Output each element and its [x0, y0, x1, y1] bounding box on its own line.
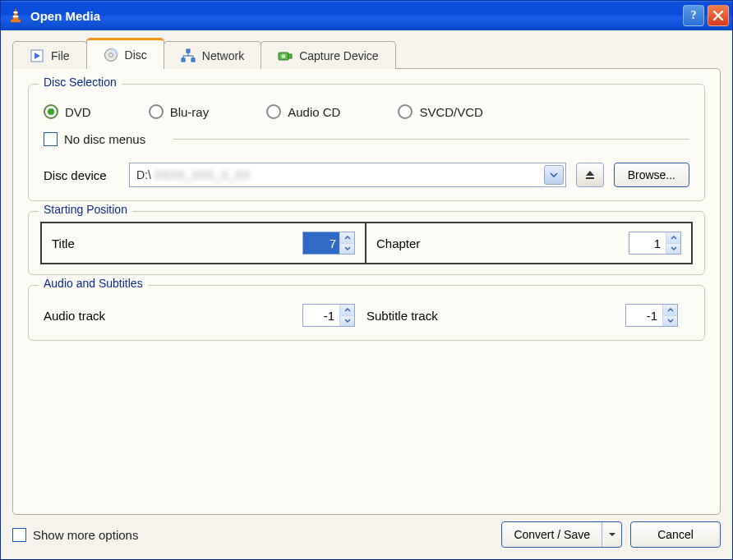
- checkbox-icon: [44, 132, 58, 146]
- svg-rect-0: [11, 20, 21, 22]
- spinner-arrows: [662, 305, 677, 326]
- radio-empty-icon: [398, 104, 413, 119]
- chevron-up-icon: [666, 232, 680, 244]
- chevron-down-icon: [340, 316, 354, 327]
- open-media-dialog: Open Media ? File Disc: [0, 0, 733, 560]
- dialog-body: File Disc Network Capture Device: [1, 30, 732, 559]
- radio-audio-cd-label: Audio CD: [288, 105, 340, 119]
- spinner-arrows: [339, 232, 354, 254]
- chevron-up-icon: [663, 305, 677, 316]
- disc-icon: [104, 48, 118, 62]
- radio-bluray-label: Blu-ray: [170, 105, 210, 119]
- radio-svcd[interactable]: SVCD/VCD: [398, 104, 483, 119]
- tab-file[interactable]: File: [12, 41, 87, 69]
- audio-subtitles-title: Audio and Subtitles: [39, 277, 148, 290]
- svg-rect-2: [13, 16, 19, 17]
- show-more-options-label: Show more options: [33, 528, 138, 542]
- disc-selection-group: Disc Selection DVD Blu-ray Audio CD: [28, 84, 705, 201]
- svg-text:?: ?: [691, 9, 697, 21]
- svg-rect-1: [14, 11, 18, 13]
- chapter-label: Chapter: [376, 236, 620, 250]
- cancel-label: Cancel: [657, 528, 694, 541]
- tab-network[interactable]: Network: [164, 41, 261, 69]
- network-icon: [181, 48, 196, 63]
- close-button[interactable]: [708, 5, 729, 26]
- disc-device-label: Disc device: [44, 168, 119, 182]
- audio-track-value: -1: [303, 305, 339, 326]
- radio-audio-cd[interactable]: Audio CD: [266, 104, 340, 119]
- vlc-cone-icon: [7, 7, 24, 24]
- browse-button[interactable]: Browse...: [614, 163, 689, 187]
- radio-dvd[interactable]: DVD: [44, 104, 91, 119]
- chevron-up-icon: [340, 232, 354, 244]
- radio-empty-icon: [149, 104, 164, 119]
- tab-capture-label: Capture Device: [299, 49, 379, 62]
- checkbox-icon: [12, 528, 26, 542]
- convert-save-button[interactable]: Convert / Save: [501, 521, 622, 548]
- no-disc-menus-label: No disc menus: [64, 132, 145, 146]
- radio-svcd-label: SVCD/VCD: [419, 105, 483, 119]
- title-value: 7: [303, 232, 339, 254]
- title-bar: Open Media ?: [1, 1, 732, 30]
- subtitle-track-label: Subtitle track: [366, 309, 617, 323]
- show-more-options-checkbox[interactable]: Show more options: [12, 528, 138, 542]
- tab-disc-label: Disc: [125, 48, 147, 62]
- disc-device-combo[interactable]: D:\ XXXX_XXX_X_XX: [129, 163, 566, 187]
- svg-point-7: [108, 53, 113, 57]
- chevron-down-icon: [544, 165, 564, 185]
- svg-rect-10: [191, 58, 195, 62]
- svg-rect-8: [187, 49, 190, 53]
- tab-capture[interactable]: Capture Device: [260, 41, 396, 69]
- subtitle-track-value: -1: [626, 305, 662, 326]
- tab-file-label: File: [51, 49, 70, 62]
- spinner-arrows: [339, 305, 354, 326]
- disc-device-value: D:\ XXXX_XXX_X_XX: [136, 168, 544, 181]
- cancel-button[interactable]: Cancel: [630, 521, 721, 548]
- tab-network-label: Network: [202, 49, 244, 62]
- dialog-footer: Show more options Convert / Save Cancel: [12, 515, 721, 548]
- audio-track-label: Audio track: [44, 309, 294, 323]
- convert-save-label: Convert / Save: [502, 522, 602, 547]
- separator: [173, 139, 689, 140]
- capture-icon: [278, 48, 293, 63]
- eject-button[interactable]: [576, 163, 604, 187]
- svg-rect-14: [586, 177, 594, 179]
- disc-selection-title: Disc Selection: [39, 76, 122, 89]
- subtitle-track-spinner[interactable]: -1: [625, 304, 678, 327]
- tab-strip: File Disc Network Capture Device: [12, 38, 721, 69]
- spinner-arrows: [666, 232, 680, 254]
- radio-dvd-label: DVD: [65, 105, 91, 119]
- radio-dot-icon: [44, 104, 58, 119]
- window-title: Open Media: [30, 9, 680, 23]
- title-spinner[interactable]: 7: [302, 232, 355, 255]
- svg-rect-13: [288, 54, 292, 58]
- disc-type-radios: DVD Blu-ray Audio CD SVCD/VCD: [44, 99, 689, 132]
- radio-empty-icon: [266, 104, 281, 119]
- audio-track-spinner[interactable]: -1: [302, 304, 355, 327]
- help-button[interactable]: ?: [683, 5, 704, 26]
- chevron-down-icon: [340, 244, 354, 255]
- chevron-up-icon: [340, 305, 354, 316]
- chapter-value: 1: [629, 232, 666, 254]
- no-disc-menus-checkbox[interactable]: No disc menus: [44, 132, 145, 146]
- svg-rect-9: [182, 58, 185, 62]
- file-icon: [30, 48, 44, 63]
- chapter-spinner[interactable]: 1: [629, 232, 681, 255]
- chevron-down-icon: [666, 244, 680, 255]
- starting-position-title: Starting Position: [39, 203, 132, 216]
- audio-subtitles-group: Audio and Subtitles Audio track -1: [28, 285, 705, 341]
- disc-panel: Disc Selection DVD Blu-ray Audio CD: [12, 68, 721, 515]
- starting-position-group: Starting Position Title 7 Chap: [28, 211, 705, 275]
- svg-point-12: [282, 54, 286, 58]
- tab-disc[interactable]: Disc: [86, 38, 164, 69]
- chevron-down-icon[interactable]: [602, 522, 621, 547]
- radio-bluray[interactable]: Blu-ray: [149, 104, 210, 119]
- title-label: Title: [52, 236, 294, 250]
- chevron-down-icon: [663, 316, 677, 327]
- browse-label: Browse...: [628, 168, 675, 181]
